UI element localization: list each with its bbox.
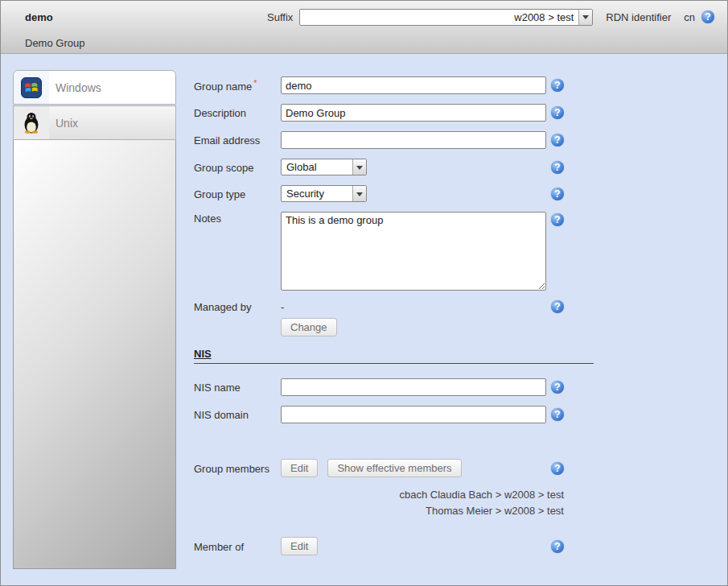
help-icon[interactable] <box>551 540 564 553</box>
group-form: Group name* Description Email address Gr… <box>194 76 594 565</box>
nis-name-input[interactable] <box>281 378 546 396</box>
group-scope-label: Group scope <box>194 161 281 174</box>
group-type-select[interactable]: Security <box>281 185 367 202</box>
member-of-row: Member of Edit <box>194 537 594 555</box>
notes-label: Notes <box>194 212 281 225</box>
tux-icon <box>14 106 49 139</box>
group-type-value: Security <box>282 186 352 201</box>
nis-domain-input[interactable] <box>281 406 546 423</box>
help-icon[interactable] <box>551 188 564 200</box>
group-name-input[interactable] <box>281 76 546 94</box>
group-scope-row: Group scope Global <box>194 159 594 175</box>
help-icon[interactable] <box>551 106 564 119</box>
nis-name-row: NIS name <box>194 378 594 396</box>
help-icon[interactable] <box>551 134 564 146</box>
group-members-label: Group members <box>194 462 281 475</box>
page-subtitle: Demo Group <box>25 37 84 49</box>
help-icon[interactable] <box>701 10 714 23</box>
windows-icon <box>14 71 49 104</box>
managed-by-value: - <box>281 301 546 313</box>
group-name-label: Group name* <box>194 77 281 93</box>
member-of-edit-button[interactable]: Edit <box>281 537 318 555</box>
group-type-label: Group type <box>194 188 281 200</box>
help-icon[interactable] <box>551 300 564 313</box>
tab-windows-label: Windows <box>56 81 101 94</box>
description-input[interactable] <box>281 104 546 122</box>
body-area: Windows <box>1 54 727 585</box>
nis-section-heading: NIS <box>194 348 594 360</box>
group-members-edit-button[interactable]: Edit <box>281 459 318 477</box>
managed-by-label: Managed by <box>194 300 281 313</box>
help-icon[interactable] <box>551 381 564 394</box>
dropdown-arrow-icon <box>352 186 366 201</box>
group-member-item: cbach Claudia Bach > w2008 > test <box>194 487 564 503</box>
rdn-identifier-label: RDN identifier <box>606 11 671 23</box>
group-type-row: Group type Security <box>194 185 594 202</box>
nis-domain-row: NIS domain <box>194 406 594 423</box>
group-scope-value: Global <box>282 159 352 175</box>
suffix-select[interactable]: w2008 > test <box>299 9 593 26</box>
suffix-select-value: w2008 > test <box>300 10 578 25</box>
nis-name-label: NIS name <box>194 381 281 394</box>
dropdown-arrow-icon <box>578 10 592 25</box>
dropdown-arrow-icon <box>352 159 366 175</box>
group-name-row: Group name* <box>194 76 594 94</box>
group-members-list: cbach Claudia Bach > w2008 > test Thomas… <box>194 487 564 519</box>
page-title: demo <box>25 11 53 23</box>
sidebar-panel <box>13 140 176 569</box>
email-input[interactable] <box>281 131 546 149</box>
help-icon[interactable] <box>551 161 564 174</box>
description-label: Description <box>194 106 281 119</box>
help-icon[interactable] <box>551 462 564 475</box>
change-button[interactable]: Change <box>281 318 337 336</box>
group-members-row: Group members Edit Show effective member… <box>194 459 594 477</box>
suffix-label: Suffix <box>267 11 293 23</box>
group-member-item: Thomas Meier > w2008 > test <box>194 503 564 519</box>
header-row: demo Suffix w2008 > test RDN identifier … <box>1 1 727 33</box>
header-subtitle-row: Demo Group <box>1 33 727 52</box>
help-icon[interactable] <box>551 408 564 421</box>
show-effective-members-button[interactable]: Show effective members <box>327 459 461 477</box>
header: demo Suffix w2008 > test RDN identifier … <box>1 1 727 54</box>
tab-unix-label: Unix <box>56 117 78 130</box>
group-edit-window: demo Suffix w2008 > test RDN identifier … <box>0 0 728 586</box>
tab-unix[interactable]: Unix <box>13 105 176 140</box>
managed-by-actions: Change <box>281 318 594 336</box>
notes-row: Notes This is a demo group <box>194 212 594 291</box>
sidebar: Windows <box>13 70 176 569</box>
nis-domain-label: NIS domain <box>194 408 281 421</box>
help-icon[interactable] <box>551 213 564 226</box>
description-row: Description <box>194 104 594 122</box>
notes-textarea[interactable]: This is a demo group <box>281 212 546 291</box>
email-label: Email address <box>194 134 281 146</box>
tab-windows[interactable]: Windows <box>13 70 176 105</box>
email-row: Email address <box>194 131 594 149</box>
help-icon[interactable] <box>551 79 564 92</box>
rdn-identifier-value: cn <box>684 11 695 23</box>
member-of-label: Member of <box>194 540 281 553</box>
nis-section-divider <box>194 363 594 364</box>
required-marker: * <box>253 78 257 88</box>
group-scope-select[interactable]: Global <box>281 159 367 175</box>
managed-by-row: Managed by - <box>194 300 594 313</box>
